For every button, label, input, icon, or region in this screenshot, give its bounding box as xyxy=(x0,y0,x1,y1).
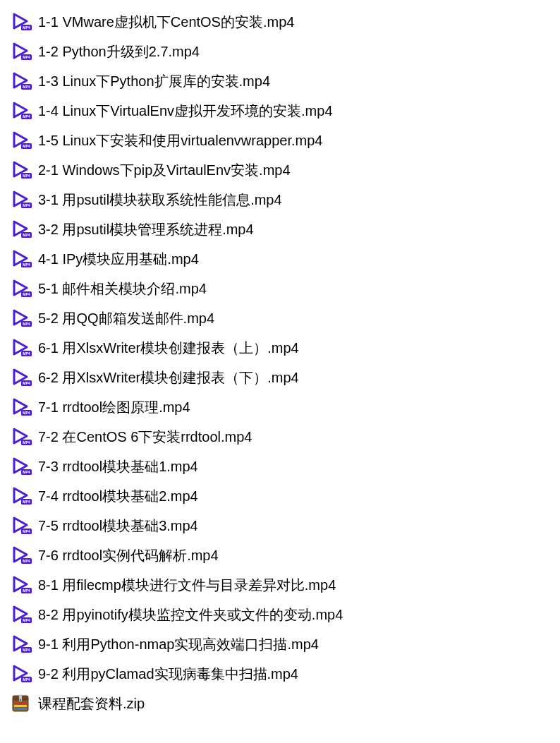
video-mp4-icon: MP4 xyxy=(11,188,37,211)
video-mp4-icon: MP4 xyxy=(11,248,37,270)
svg-text:MP4: MP4 xyxy=(23,322,30,326)
file-item[interactable]: 课程配套资料.zip xyxy=(11,689,549,718)
file-item[interactable]: MP4 5-2 用QQ邮箱发送邮件.mp4 xyxy=(11,303,549,333)
video-mp4-icon: MP4 xyxy=(11,11,37,33)
video-mp4-icon: MP4 xyxy=(11,99,37,122)
svg-rect-48 xyxy=(14,702,27,704)
file-name-label: 4-1 IPy模块应用基础.mp4 xyxy=(37,250,199,269)
file-item[interactable]: MP4 1-3 Linux下Python扩展库的安装.mp4 xyxy=(11,66,549,96)
file-item[interactable]: MP4 3-1 用psutil模块获取系统性能信息.mp4 xyxy=(11,185,549,215)
video-mp4-icon: MP4 xyxy=(11,337,37,359)
file-item[interactable]: MP4 7-2 在CentOS 6下安装rrdtool.mp4 xyxy=(11,422,549,452)
video-mp4-icon: MP4 xyxy=(11,603,37,626)
file-name-label: 9-1 利用Python-nmap实现高效端口扫描.mp4 xyxy=(37,635,319,654)
file-item[interactable]: MP4 7-5 rrdtool模块基础3.mp4 xyxy=(11,511,549,540)
file-item[interactable]: MP4 5-1 邮件相关模块介绍.mp4 xyxy=(11,274,549,303)
file-item[interactable]: MP4 1-5 Linux下安装和使用virtualenvwrapper.mp4 xyxy=(11,126,549,155)
video-mp4-icon: MP4 xyxy=(11,70,37,92)
file-name-label: 5-1 邮件相关模块介绍.mp4 xyxy=(37,279,207,298)
video-mp4-icon: MP4 xyxy=(11,218,37,241)
video-mp4-icon: MP4 xyxy=(11,129,37,152)
svg-text:MP4: MP4 xyxy=(23,55,30,59)
svg-text:MP4: MP4 xyxy=(23,174,30,178)
video-mp4-icon: MP4 xyxy=(11,277,37,300)
video-mp4-icon: MP4 xyxy=(11,544,37,567)
video-mp4-icon: MP4 xyxy=(11,159,37,181)
file-name-label: 8-2 用pyinotify模块监控文件夹或文件的变动.mp4 xyxy=(37,605,343,624)
video-mp4-icon: MP4 xyxy=(11,455,37,478)
svg-text:MP4: MP4 xyxy=(23,233,30,237)
file-item[interactable]: MP4 8-1 用filecmp模块进行文件与目录差异对比.mp4 xyxy=(11,570,549,600)
archive-zip-icon xyxy=(11,692,37,715)
svg-point-52 xyxy=(20,699,21,701)
file-item[interactable]: MP4 9-2 利用pyClamad实现病毒集中扫描.mp4 xyxy=(11,659,549,689)
svg-text:MP4: MP4 xyxy=(23,85,30,89)
svg-text:MP4: MP4 xyxy=(23,588,30,593)
video-mp4-icon: MP4 xyxy=(11,574,37,596)
file-item[interactable]: MP4 7-6 rrdtool实例代码解析.mp4 xyxy=(11,540,549,570)
file-name-label: 1-2 Python升级到2.7.mp4 xyxy=(37,42,200,61)
svg-text:MP4: MP4 xyxy=(23,440,30,445)
file-item[interactable]: MP4 1-2 Python升级到2.7.mp4 xyxy=(11,37,549,66)
svg-text:MP4: MP4 xyxy=(23,618,30,622)
file-name-label: 1-4 Linux下VirtualEnv虚拟开发环境的安装.mp4 xyxy=(37,102,333,121)
file-item[interactable]: MP4 7-4 rrdtool模块基础2.mp4 xyxy=(11,481,549,511)
file-item[interactable]: MP4 1-4 Linux下VirtualEnv虚拟开发环境的安装.mp4 xyxy=(11,96,549,126)
svg-text:MP4: MP4 xyxy=(23,529,30,533)
file-item[interactable]: MP4 2-1 Windows下pip及VirtaulEnv安装.mp4 xyxy=(11,155,549,185)
file-item[interactable]: MP4 9-1 利用Python-nmap实现高效端口扫描.mp4 xyxy=(11,629,549,659)
svg-text:MP4: MP4 xyxy=(23,559,30,563)
file-name-label: 7-2 在CentOS 6下安装rrdtool.mp4 xyxy=(37,428,252,447)
svg-text:MP4: MP4 xyxy=(23,292,30,296)
svg-text:MP4: MP4 xyxy=(23,114,30,119)
svg-text:MP4: MP4 xyxy=(23,677,30,682)
file-name-label: 6-1 用XlsxWriter模块创建报表（上）.mp4 xyxy=(37,339,299,358)
svg-text:MP4: MP4 xyxy=(23,262,30,267)
file-name-label: 9-2 利用pyClamad实现病毒集中扫描.mp4 xyxy=(37,665,298,684)
video-mp4-icon: MP4 xyxy=(11,485,37,507)
file-name-label: 1-1 VMware虚拟机下CentOS的安装.mp4 xyxy=(37,13,294,32)
file-name-label: 1-3 Linux下Python扩展库的安装.mp4 xyxy=(37,72,270,91)
file-name-label: 8-1 用filecmp模块进行文件与目录差异对比.mp4 xyxy=(37,576,336,595)
file-name-label: 1-5 Linux下安装和使用virtualenvwrapper.mp4 xyxy=(37,131,323,150)
video-mp4-icon: MP4 xyxy=(11,425,37,448)
svg-rect-49 xyxy=(14,705,27,707)
svg-text:MP4: MP4 xyxy=(23,25,30,30)
svg-text:MP4: MP4 xyxy=(23,144,30,148)
svg-text:MP4: MP4 xyxy=(23,470,30,474)
file-name-label: 2-1 Windows下pip及VirtaulEnv安装.mp4 xyxy=(37,161,291,180)
file-name-label: 7-4 rrdtool模块基础2.mp4 xyxy=(37,487,198,506)
video-mp4-icon: MP4 xyxy=(11,396,37,418)
video-mp4-icon: MP4 xyxy=(11,307,37,330)
video-mp4-icon: MP4 xyxy=(11,514,37,537)
file-item[interactable]: MP4 1-1 VMware虚拟机下CentOS的安装.mp4 xyxy=(11,7,549,37)
file-name-label: 课程配套资料.zip xyxy=(37,694,145,713)
video-mp4-icon: MP4 xyxy=(11,40,37,63)
file-list: MP4 1-1 VMware虚拟机下CentOS的安装.mp4 MP4 1-2 … xyxy=(11,7,549,718)
svg-text:MP4: MP4 xyxy=(23,411,30,415)
file-item[interactable]: MP4 7-3 rrdtool模块基础1.mp4 xyxy=(11,452,549,481)
file-name-label: 7-1 rrdtool绘图原理.mp4 xyxy=(37,398,190,417)
video-mp4-icon: MP4 xyxy=(11,663,37,685)
file-name-label: 6-2 用XlsxWriter模块创建报表（下）.mp4 xyxy=(37,368,299,387)
svg-text:MP4: MP4 xyxy=(23,203,30,207)
file-item[interactable]: MP4 3-2 用psutil模块管理系统进程.mp4 xyxy=(11,215,549,244)
file-item[interactable]: MP4 8-2 用pyinotify模块监控文件夹或文件的变动.mp4 xyxy=(11,600,549,629)
file-name-label: 7-3 rrdtool模块基础1.mp4 xyxy=(37,457,198,476)
file-item[interactable]: MP4 4-1 IPy模块应用基础.mp4 xyxy=(11,244,549,274)
video-mp4-icon: MP4 xyxy=(11,633,37,656)
file-name-label: 5-2 用QQ邮箱发送邮件.mp4 xyxy=(37,309,214,328)
svg-rect-50 xyxy=(14,708,27,710)
svg-text:MP4: MP4 xyxy=(23,381,30,385)
svg-text:MP4: MP4 xyxy=(23,351,30,356)
file-item[interactable]: MP4 7-1 rrdtool绘图原理.mp4 xyxy=(11,392,549,422)
file-item[interactable]: MP4 6-2 用XlsxWriter模块创建报表（下）.mp4 xyxy=(11,363,549,392)
file-name-label: 3-2 用psutil模块管理系统进程.mp4 xyxy=(37,220,254,239)
file-item[interactable]: MP4 6-1 用XlsxWriter模块创建报表（上）.mp4 xyxy=(11,333,549,363)
file-name-label: 3-1 用psutil模块获取系统性能信息.mp4 xyxy=(37,191,282,210)
video-mp4-icon: MP4 xyxy=(11,366,37,389)
svg-text:MP4: MP4 xyxy=(23,500,30,504)
svg-text:MP4: MP4 xyxy=(23,648,30,652)
file-name-label: 7-5 rrdtool模块基础3.mp4 xyxy=(37,517,198,536)
file-name-label: 7-6 rrdtool实例代码解析.mp4 xyxy=(37,546,219,565)
